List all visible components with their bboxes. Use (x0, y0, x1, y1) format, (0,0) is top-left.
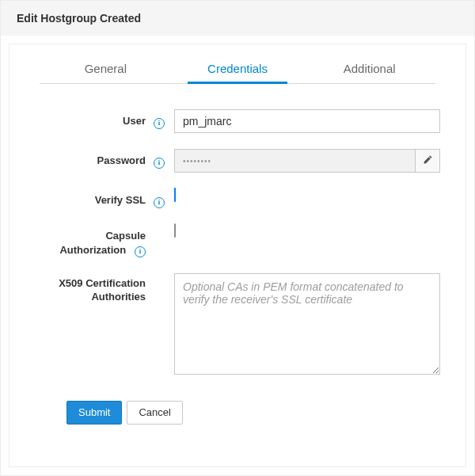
form-panel: General Credentials Additional User i Pa… (9, 44, 466, 467)
label-verify-ssl: Verify SSL (19, 188, 154, 208)
info-wrap-verify-ssl: i (154, 188, 174, 208)
verify-ssl-checkbox[interactable] (174, 188, 176, 202)
capsule-authorization-checkbox[interactable] (174, 223, 176, 238)
cancel-button[interactable]: Cancel (127, 401, 182, 425)
info-icon[interactable]: i (135, 246, 146, 257)
edit-password-button[interactable] (415, 149, 440, 173)
info-icon[interactable]: i (154, 118, 165, 129)
row-x509: X509 Certification Authorities (19, 273, 440, 377)
x509-textarea[interactable] (174, 273, 440, 375)
tab-general[interactable]: General (40, 52, 172, 83)
user-input[interactable] (174, 109, 440, 133)
info-icon[interactable]: i (154, 197, 165, 208)
row-capsule-authorization: Capsule Authorization i (19, 224, 440, 257)
pencil-icon (423, 154, 433, 167)
label-password: Password (19, 149, 154, 168)
row-user: User i (19, 109, 440, 133)
tabs: General Credentials Additional (40, 52, 435, 84)
info-wrap-x509 (154, 273, 174, 279)
info-wrap-capsule-spacer (154, 224, 174, 230)
submit-button[interactable]: Submit (66, 401, 122, 425)
label-user: User (19, 109, 154, 128)
info-wrap-user: i (154, 109, 174, 129)
row-password: Password i •••••••• (19, 149, 440, 173)
row-verify-ssl: Verify SSL i (19, 188, 440, 208)
app-frame: Edit Hostgroup Created General Credentia… (0, 0, 475, 476)
password-group: •••••••• (174, 149, 440, 173)
label-capsule-authorization: Capsule Authorization i (19, 224, 154, 257)
info-wrap-password: i (154, 149, 174, 169)
label-capsule-authorization-line2: Authorization (59, 244, 126, 256)
form-actions: Submit Cancel (66, 401, 440, 425)
label-x509: X509 Certification Authorities (19, 273, 154, 304)
tab-additional[interactable]: Additional (303, 52, 435, 83)
info-icon[interactable]: i (154, 158, 165, 169)
password-input[interactable]: •••••••• (174, 149, 415, 173)
credentials-form: User i Password i •••••••• (19, 109, 456, 457)
page-title: Edit Hostgroup Created (1, 1, 474, 36)
tab-credentials[interactable]: Credentials (172, 52, 304, 83)
